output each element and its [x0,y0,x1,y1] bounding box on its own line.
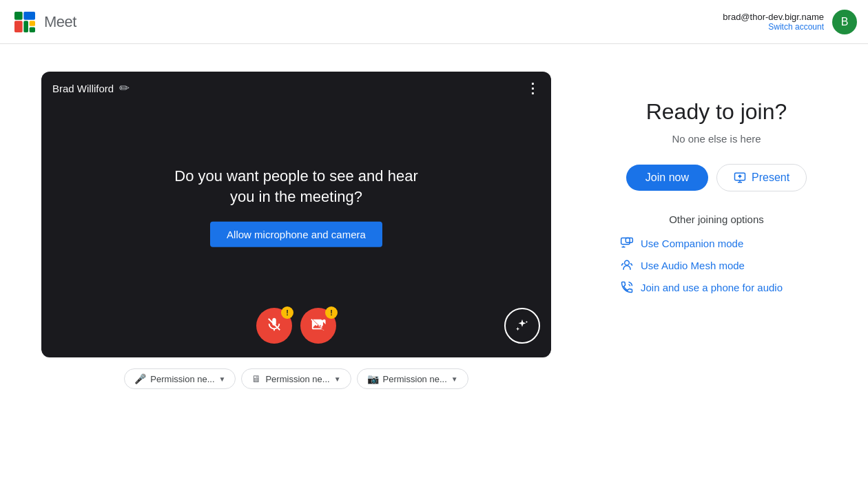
phone-audio-link[interactable]: Join and use a phone for audio [620,280,783,294]
camera-permission-label: Permission ne... [383,374,447,384]
permissions-bar: 🎤 Permission ne... ▼ 🖥 Permission ne... … [124,368,468,389]
video-header: Brad Williford ✏ ⋮ [41,72,551,105]
video-preview: Brad Williford ✏ ⋮ Do you want people to… [41,72,551,357]
mute-button[interactable]: ! [256,308,292,344]
audio-mesh-mode-link[interactable]: Use Audio Mesh mode [620,258,745,272]
mic-off-icon [267,317,282,335]
svg-rect-1 [14,12,23,20]
svg-rect-2 [23,12,35,20]
camera-pill-chevron: ▼ [451,375,458,383]
camera-warning-badge: ! [325,306,338,319]
companion-mode-icon [620,236,634,250]
audio-mesh-label: Use Audio Mesh mode [641,260,745,271]
phone-audio-label: Join and use a phone for audio [641,282,783,293]
join-buttons: Join now Present [626,164,807,191]
edit-name-icon[interactable]: ✏ [119,81,130,96]
more-options-icon[interactable]: ⋮ [526,80,540,96]
account-info: brad@thor-dev.bigr.name Switch account [723,12,824,32]
video-section: Brad Williford ✏ ⋮ Do you want people to… [41,72,551,389]
no-one-text: No one else is here [672,133,761,145]
meet-logo-icon [11,8,39,36]
screen-permission-label: Permission ne... [265,374,329,384]
avatar[interactable]: B [832,10,857,34]
companion-mode-link[interactable]: Use Companion mode [620,236,743,250]
camera-pill-icon: 📷 [367,373,379,384]
header-right: brad@thor-dev.bigr.name Switch account B [723,10,857,34]
mic-pill-chevron: ▼ [219,375,226,383]
screen-permission-pill[interactable]: 🖥 Permission ne... ▼ [241,368,351,389]
ready-title: Ready to join? [646,99,787,125]
effects-button[interactable] [504,308,540,344]
join-panel: Ready to join? No one else is here Join … [606,72,827,294]
main-content: Brad Williford ✏ ⋮ Do you want people to… [0,44,868,480]
svg-rect-5 [30,21,35,26]
screen-pill-chevron: ▼ [334,375,341,383]
present-icon [734,171,746,184]
svg-point-11 [625,260,630,265]
effects-icon [515,318,530,333]
svg-rect-3 [14,21,23,32]
mic-pill-icon: 🎤 [134,373,146,384]
svg-rect-6 [30,27,35,32]
camera-button[interactable]: ! [300,308,336,344]
phone-audio-icon [620,280,634,294]
video-username: Brad Williford [52,83,114,94]
video-user-name-area: Brad Williford ✏ [52,81,130,96]
svg-rect-4 [23,21,28,32]
permission-question: Do you want people to see and hear you i… [169,165,424,208]
join-now-button[interactable]: Join now [626,165,708,191]
mic-permission-pill[interactable]: 🎤 Permission ne... ▼ [124,368,236,389]
present-button[interactable]: Present [716,164,807,191]
other-options-title: Other joining options [669,213,764,225]
header: Meet brad@thor-dev.bigr.name Switch acco… [0,0,868,44]
header-left: Meet [11,8,76,36]
mic-permission-label: Permission ne... [150,374,214,384]
allow-microphone-camera-button[interactable]: Allow microphone and camera [210,222,382,247]
screen-pill-icon: 🖥 [251,373,261,384]
audio-mesh-icon [620,258,634,272]
present-label: Present [752,171,789,184]
camera-permission-pill[interactable]: 📷 Permission ne... ▼ [357,368,468,389]
app-title: Meet [44,13,76,31]
video-controls: ! ! [256,308,336,344]
account-email: brad@thor-dev.bigr.name [723,12,824,22]
mic-warning-badge: ! [281,306,293,319]
switch-account-link[interactable]: Switch account [723,22,824,32]
permission-prompt: Do you want people to see and hear you i… [169,165,424,247]
other-options-list: Use Companion mode Use Audio Mesh mode [606,236,827,294]
camera-off-icon [311,317,326,335]
companion-mode-label: Use Companion mode [641,238,743,249]
